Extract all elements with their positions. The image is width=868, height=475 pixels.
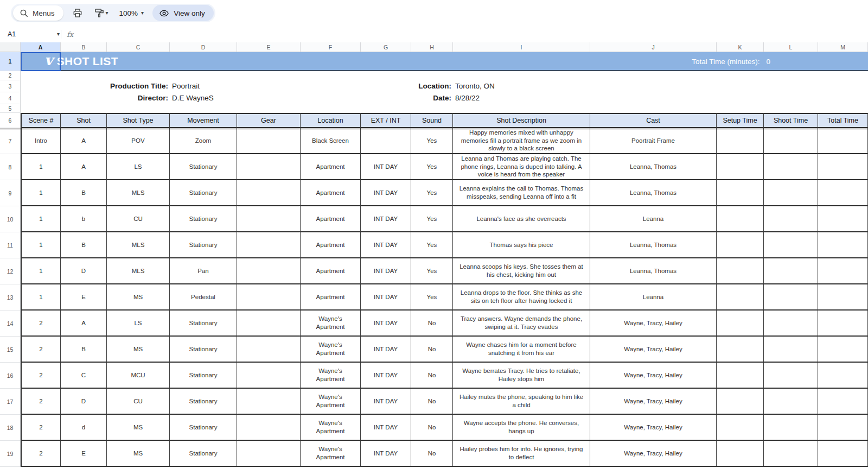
- cell-J19[interactable]: Wayne, Tracy, Hailey: [590, 441, 717, 467]
- cell-I11[interactable]: Thomas says his piece: [453, 232, 590, 258]
- name-box[interactable]: A1 ▾: [0, 30, 60, 38]
- cell-E14[interactable]: [237, 311, 301, 337]
- header-cell-G6[interactable]: EXT / INT: [361, 113, 411, 128]
- header-cell-J6[interactable]: Cast: [590, 113, 717, 128]
- cell-K17[interactable]: [717, 389, 764, 415]
- cell-K8[interactable]: [717, 154, 764, 180]
- row-header-12[interactable]: 12: [0, 258, 21, 284]
- cell-M16[interactable]: [818, 363, 868, 389]
- row-header-19[interactable]: 19: [0, 441, 21, 467]
- row-header-15[interactable]: 15: [0, 337, 21, 363]
- cell-F11[interactable]: Apartment: [301, 232, 361, 258]
- cell-E7[interactable]: [237, 128, 301, 154]
- column-header-L[interactable]: L: [764, 42, 818, 52]
- cell-A18[interactable]: 2: [21, 415, 61, 441]
- cell-B10[interactable]: b: [61, 206, 107, 232]
- row-header-3[interactable]: 3: [0, 80, 21, 92]
- cell-M19[interactable]: [818, 441, 868, 467]
- cell-G14[interactable]: INT DAY: [361, 311, 411, 337]
- date-value[interactable]: 8/28/22: [455, 92, 480, 104]
- cell-E10[interactable]: [237, 206, 301, 232]
- cell-L12[interactable]: [764, 258, 818, 284]
- row-header-10[interactable]: 10: [0, 206, 21, 232]
- cell-K19[interactable]: [717, 441, 764, 467]
- cell-L18[interactable]: [764, 415, 818, 441]
- cell-J15[interactable]: Wayne, Tracy, Hailey: [590, 337, 717, 363]
- cell-G12[interactable]: INT DAY: [361, 258, 411, 284]
- header-cell-B6[interactable]: Shot: [61, 113, 107, 128]
- cell-B12[interactable]: D: [61, 258, 107, 284]
- row-header-9[interactable]: 9: [0, 180, 21, 206]
- cell-D16[interactable]: Stationary: [170, 363, 237, 389]
- cell-J11[interactable]: Leanna, Thomas: [590, 232, 717, 258]
- cell-E19[interactable]: [237, 441, 301, 467]
- cell-M12[interactable]: [818, 258, 868, 284]
- cell-J7[interactable]: Poortrait Frame: [590, 128, 717, 154]
- cell-D15[interactable]: Stationary: [170, 337, 237, 363]
- cell-G19[interactable]: INT DAY: [361, 441, 411, 467]
- cell-B7[interactable]: A: [61, 128, 107, 154]
- cell-C7[interactable]: POV: [107, 128, 170, 154]
- column-header-D[interactable]: D: [170, 42, 237, 52]
- cell-L15[interactable]: [764, 337, 818, 363]
- cell-K15[interactable]: [717, 337, 764, 363]
- cell-C19[interactable]: MS: [107, 441, 170, 467]
- cell-E16[interactable]: [237, 363, 301, 389]
- header-cell-H6[interactable]: Sound: [411, 113, 453, 128]
- cell-A17[interactable]: 2: [21, 389, 61, 415]
- cell-D19[interactable]: Stationary: [170, 441, 237, 467]
- cell-F19[interactable]: Wayne's Apartment: [301, 441, 361, 467]
- cell-B11[interactable]: B: [61, 232, 107, 258]
- header-cell-L6[interactable]: Shoot Time: [764, 113, 818, 128]
- cell-I9[interactable]: Leanna explains the call to Thomas. Thom…: [453, 180, 590, 206]
- cell-I19[interactable]: Hailey probes him for info. He ignores, …: [453, 441, 590, 467]
- cell-H17[interactable]: No: [411, 389, 453, 415]
- cell-K11[interactable]: [717, 232, 764, 258]
- header-cell-A6[interactable]: Scene #: [21, 113, 61, 128]
- cell-C14[interactable]: LS: [107, 311, 170, 337]
- cell-M15[interactable]: [818, 337, 868, 363]
- cell-H15[interactable]: No: [411, 337, 453, 363]
- cell-J14[interactable]: Wayne, Tracy, Hailey: [590, 311, 717, 337]
- cell-B8[interactable]: A: [61, 154, 107, 180]
- cell-G18[interactable]: INT DAY: [361, 415, 411, 441]
- cell-F7[interactable]: Black Screen: [301, 128, 361, 154]
- cell-H16[interactable]: No: [411, 363, 453, 389]
- cell-I7[interactable]: Happy memories mixed with unhappy memori…: [453, 128, 590, 154]
- column-header-I[interactable]: I: [453, 42, 590, 52]
- cell-M14[interactable]: [818, 311, 868, 337]
- cell-H9[interactable]: Yes: [411, 180, 453, 206]
- cell-K14[interactable]: [717, 311, 764, 337]
- cell-A13[interactable]: 1: [21, 284, 61, 311]
- cell-H13[interactable]: Yes: [411, 284, 453, 311]
- column-header-J[interactable]: J: [590, 42, 717, 52]
- cell-A15[interactable]: 2: [21, 337, 61, 363]
- cell-C16[interactable]: MCU: [107, 363, 170, 389]
- header-cell-C6[interactable]: Shot Type: [107, 113, 170, 128]
- cell-B13[interactable]: E: [61, 284, 107, 311]
- cell-D17[interactable]: Stationary: [170, 389, 237, 415]
- cell-L9[interactable]: [764, 180, 818, 206]
- cell-A7[interactable]: Intro: [21, 128, 61, 154]
- cell-B18[interactable]: d: [61, 415, 107, 441]
- cell-B9[interactable]: B: [61, 180, 107, 206]
- cell-K18[interactable]: [717, 415, 764, 441]
- cell-D8[interactable]: Stationary: [170, 154, 237, 180]
- cell-M13[interactable]: [818, 284, 868, 311]
- header-cell-D6[interactable]: Movement: [170, 113, 237, 128]
- cell-G13[interactable]: INT DAY: [361, 284, 411, 311]
- cell-D11[interactable]: Stationary: [170, 232, 237, 258]
- cell-H18[interactable]: No: [411, 415, 453, 441]
- cell-C18[interactable]: MS: [107, 415, 170, 441]
- cell-F10[interactable]: Apartment: [301, 206, 361, 232]
- column-header-M[interactable]: M: [818, 42, 868, 52]
- cell-L7[interactable]: [764, 128, 818, 154]
- cell-F13[interactable]: Apartment: [301, 284, 361, 311]
- cell-L8[interactable]: [764, 154, 818, 180]
- cell-F12[interactable]: Apartment: [301, 258, 361, 284]
- row-header-7[interactable]: 7: [0, 128, 21, 154]
- header-cell-M6[interactable]: Total Time: [818, 113, 868, 128]
- header-cell-K6[interactable]: Setup Time: [717, 113, 764, 128]
- cell-A11[interactable]: 1: [21, 232, 61, 258]
- cell-L13[interactable]: [764, 284, 818, 311]
